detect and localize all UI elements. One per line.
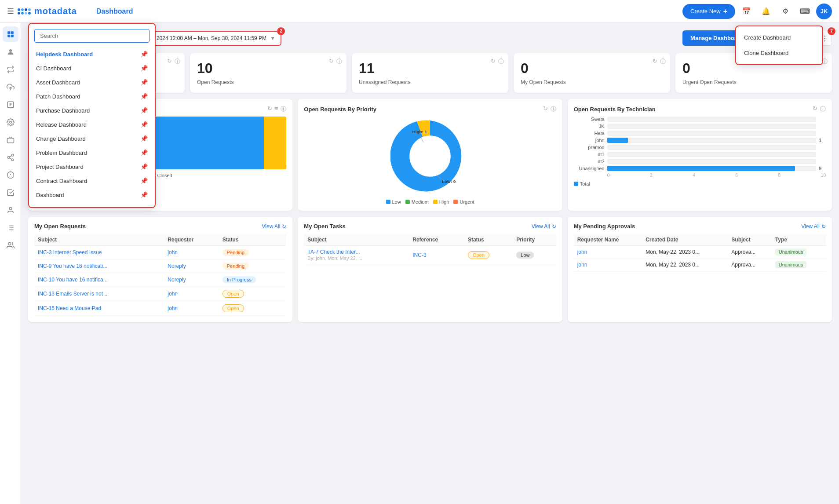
sidebar-item-insights[interactable] <box>3 167 18 183</box>
sidebar-item-requests[interactable] <box>3 62 18 77</box>
pie-chart-container: High: 1 Low: 9 LowMediumHighUrgent <box>304 117 556 205</box>
refresh-icon[interactable]: ↻ <box>167 58 172 66</box>
subject-link[interactable]: INC-9 You have 16 notificati... <box>38 263 107 269</box>
stat-card: ↻ ⓘ 10 Open Requests <box>190 53 347 93</box>
create-dashboard-item[interactable]: Create Dashboard <box>736 30 822 45</box>
requester-cell: john <box>164 301 219 316</box>
create-new-button[interactable]: Create New + <box>682 4 735 19</box>
clone-dashboard-item[interactable]: Clone Dashboard <box>736 45 822 61</box>
dashboard-list-item[interactable]: Purchase Dashboard 📌 <box>29 103 155 117</box>
dashboard-list-item[interactable]: Dashboard 📌 <box>29 188 155 202</box>
legend-label: Total <box>580 181 590 186</box>
info-chart-icon[interactable]: ⓘ <box>281 105 286 113</box>
dashboard-list-item[interactable]: Contract Dashboard 📌 <box>29 174 155 188</box>
table-title: My Open Requests <box>34 223 86 230</box>
dashboard-item-label: Project Dashboard <box>36 164 84 170</box>
sidebar-item-upload[interactable] <box>3 79 18 95</box>
bar-segment <box>264 117 287 169</box>
refresh-icon[interactable]: ↻ <box>491 58 496 66</box>
info-icon[interactable]: ⓘ <box>660 58 666 66</box>
reference-link[interactable]: INC-3 <box>412 252 426 258</box>
dashboard-list-item[interactable]: CI Dashboard 📌 <box>29 61 155 75</box>
info-icon[interactable]: ⓘ <box>336 58 342 66</box>
legend-item: Medium <box>405 199 429 205</box>
card-header: My Open Requests View All ↻ <box>34 223 286 230</box>
sidebar-item-reports[interactable] <box>3 97 18 113</box>
view-all-button[interactable]: View All ↻ <box>262 223 287 230</box>
dashboard-list-item[interactable]: Project Dashboard 📌 <box>29 160 155 174</box>
avatar-button[interactable]: JK <box>816 4 832 19</box>
requester-link[interactable]: john <box>168 305 178 311</box>
dashboard-list-item[interactable]: Release Dashboard 📌 <box>29 117 155 131</box>
search-input[interactable] <box>34 29 150 43</box>
dashboard-list-item[interactable]: Asset Dashboard 📌 <box>29 75 155 89</box>
col-requester: Requester Name <box>574 234 642 246</box>
subject-link[interactable]: INC-13 Emails Server is not ... <box>38 291 109 297</box>
stat-card-icons: ↻ ⓘ <box>167 58 180 66</box>
col-status: Status <box>464 234 513 246</box>
calendar-icon-button[interactable]: 📅 <box>739 4 755 19</box>
requester-link[interactable]: john <box>577 262 587 268</box>
dashboard-list-item[interactable]: Problem Dashboard 📌 <box>29 146 155 160</box>
refresh-icon[interactable]: ↻ <box>653 58 657 66</box>
bar-row: Unassigned 9 <box>574 166 826 171</box>
hamburger-icon[interactable]: ☰ <box>7 7 14 16</box>
dashboard-list-item[interactable]: Helpdesk Dashboard 📌 <box>29 47 155 61</box>
subject-link[interactable]: INC-3 Internet Speed Issue <box>38 249 102 256</box>
keyboard-icon-button[interactable]: ⌨ <box>797 4 813 19</box>
stat-card: ↻ ⓘ 11 Unassigned Requests <box>352 53 508 93</box>
pin-icon: 📌 <box>140 177 148 184</box>
requester-link[interactable]: john <box>168 291 178 297</box>
refresh-icon: ↻ <box>821 223 826 230</box>
bar-fill <box>607 166 795 171</box>
sidebar-item-contacts[interactable] <box>3 237 18 253</box>
dashboard-item-label: Purchase Dashboard <box>36 107 90 114</box>
refresh-chart-icon[interactable]: ↻ <box>813 105 817 113</box>
svg-line-16 <box>9 156 11 157</box>
refresh-chart-icon[interactable]: ↻ <box>543 105 548 113</box>
info-icon[interactable]: ⓘ <box>175 58 180 66</box>
gear-icon-button[interactable]: ⚙ <box>777 4 793 19</box>
requester-cell: john <box>164 246 219 259</box>
dashboard-item-label: Patch Dashboard <box>36 93 80 100</box>
requester-link[interactable]: john <box>577 249 587 255</box>
sidebar-item-profile[interactable] <box>3 202 18 218</box>
svg-rect-2 <box>7 35 10 37</box>
dashboard-list-item[interactable]: Patch Dashboard 📌 <box>29 89 155 103</box>
svg-point-28 <box>409 135 451 177</box>
refresh-icon[interactable]: ↻ <box>329 58 334 66</box>
sidebar-item-integrations[interactable] <box>3 150 18 165</box>
sidebar <box>0 23 21 504</box>
subject-cell: Approva... <box>728 246 771 259</box>
sidebar-item-user[interactable] <box>3 44 18 60</box>
hamburger-chart-icon[interactable]: ≡ <box>275 105 278 113</box>
table-row: INC-10 You have 16 notifica... Noreply I… <box>34 273 286 287</box>
sidebar-item-list[interactable] <box>3 220 18 236</box>
sidebar-item-packages[interactable] <box>3 132 18 148</box>
subject-link[interactable]: INC-15 Need a Mouse Pad <box>38 305 101 311</box>
sidebar-item-settings[interactable] <box>3 114 18 130</box>
legend-total: Total <box>574 181 590 186</box>
bell-icon-button[interactable]: 🔔 <box>758 4 774 19</box>
subject-link[interactable]: TA-7 Check the Inter... <box>307 249 360 255</box>
refresh-chart-icon[interactable]: ↻ <box>267 105 272 113</box>
requester-link[interactable]: Noreply <box>168 277 186 283</box>
view-all-button[interactable]: View All ↻ <box>532 223 556 230</box>
requester-link[interactable]: Noreply <box>168 263 186 269</box>
bar-track <box>607 131 816 136</box>
subject-link[interactable]: INC-10 You have 16 notifica... <box>38 277 108 283</box>
type-badge: Unanimous <box>775 248 807 256</box>
requester-link[interactable]: john <box>168 249 178 256</box>
legend-label: Urgent <box>460 199 474 205</box>
card-header: My Open Tasks View All ↻ <box>304 223 556 230</box>
info-chart-icon[interactable]: ⓘ <box>820 105 826 113</box>
col-status: Status <box>219 234 287 246</box>
view-all-button[interactable]: View All ↻ <box>801 223 826 230</box>
stat-label: My Open Requests <box>521 79 663 85</box>
table-row: INC-13 Emails Server is not ... john Ope… <box>34 287 286 301</box>
info-chart-icon[interactable]: ⓘ <box>551 105 556 113</box>
sidebar-item-tasks[interactable] <box>3 185 18 201</box>
info-icon[interactable]: ⓘ <box>498 58 504 66</box>
dashboard-list-item[interactable]: Change Dashboard 📌 <box>29 131 155 146</box>
sidebar-item-dashboard[interactable] <box>3 26 18 42</box>
